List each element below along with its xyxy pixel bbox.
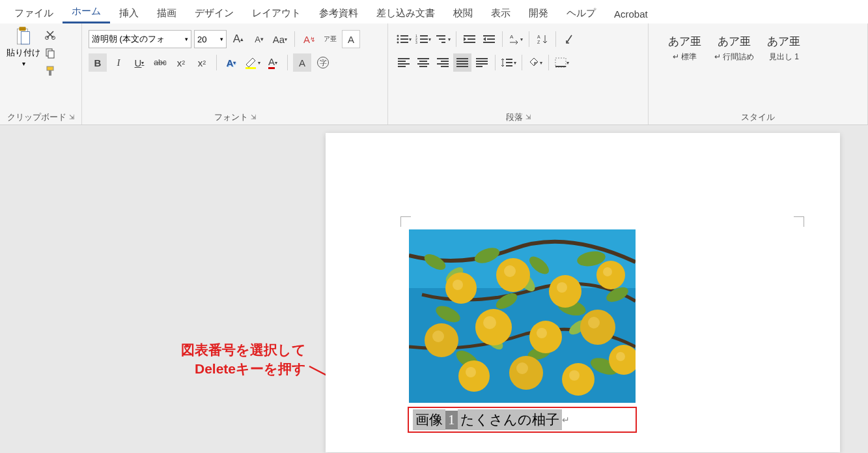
align-right-icon[interactable] [434,53,452,72]
paste-label: 貼り付け [7,47,40,59]
tab-help[interactable]: ヘルプ [557,3,605,23]
bold-button[interactable]: B [89,53,107,72]
align-justify-icon[interactable] [453,53,471,72]
align-center-icon[interactable] [414,53,432,72]
shrink-font-icon[interactable]: A▾ [250,30,268,48]
svg-rect-11 [400,35,408,37]
caption-prefix[interactable]: 画像 [413,409,445,430]
strikethrough-button[interactable]: abc [151,53,169,72]
underline-button[interactable]: U▾ [130,53,148,72]
tab-references[interactable]: 参考資料 [310,3,367,23]
tab-review[interactable]: 校閲 [444,3,482,23]
svg-rect-53 [476,66,483,67]
font-color-icon[interactable]: A▾ [264,53,282,72]
highlight-icon[interactable]: ▾ [243,53,261,72]
svg-point-88 [483,316,496,329]
svg-rect-52 [476,63,488,65]
align-left-icon[interactable] [395,53,413,72]
image-caption[interactable]: 画像 1 たくさんの柚子 ↵ [408,407,637,433]
svg-rect-8 [49,70,51,76]
tab-mailings[interactable]: 差し込み文書 [367,3,444,23]
shading-icon[interactable]: ▾ [526,53,544,72]
tab-home[interactable]: ホーム [63,1,110,23]
document-page[interactable]: 画像 1 たくさんの柚子 ↵ [326,133,840,452]
paragraph-launcher-icon[interactable]: ⇲ [525,113,531,121]
format-painter-icon[interactable] [43,64,57,78]
svg-rect-54 [506,59,512,60]
svg-rect-6 [48,51,54,58]
svg-text:3: 3 [415,40,417,44]
text-effects-icon[interactable]: A▾ [222,53,240,72]
distribute-icon[interactable] [473,53,491,72]
svg-rect-38 [417,58,429,59]
tab-acrobat[interactable]: Acrobat [605,5,657,23]
svg-rect-41 [419,66,427,67]
style-no-spacing[interactable]: あア亜 ↵ 行間詰め [714,34,754,63]
copy-icon[interactable] [43,46,57,60]
borders-icon[interactable]: ▾ [553,53,571,72]
decrease-indent-icon[interactable] [460,30,479,48]
svg-point-100 [616,352,625,361]
svg-point-91 [580,310,615,345]
tab-file[interactable]: ファイル [5,3,63,23]
margin-corner-tr-icon [794,216,804,227]
svg-text:A: A [510,34,514,40]
caption-text[interactable]: たくさんの柚子 [458,409,562,430]
multilevel-list-icon[interactable]: ▾ [434,30,452,48]
svg-rect-46 [456,58,468,59]
svg-rect-2 [21,32,29,44]
document-area: 図表番号を選択して Deleteキーを押す [0,125,868,453]
show-marks-icon[interactable] [560,30,578,48]
subscript-button[interactable]: x2 [172,53,190,72]
font-size-value: 20 [197,35,206,44]
svg-point-89 [529,321,562,353]
font-name-selector[interactable]: 游明朝 (本文のフォ▾ [89,30,191,48]
tab-layout[interactable]: レイアウト [243,3,310,23]
bullets-icon[interactable]: ▾ [395,30,413,48]
svg-rect-49 [456,66,468,67]
font-size-selector[interactable]: 20▾ [194,30,227,48]
svg-rect-45 [441,66,449,67]
svg-rect-48 [456,63,468,65]
style-heading1[interactable]: あア亜 見出し 1 [767,34,800,63]
clipboard-launcher-icon[interactable]: ⇲ [69,113,74,121]
tab-developer[interactable]: 開発 [520,3,557,23]
inserted-image[interactable] [409,229,636,403]
style-normal[interactable]: あア亜 ↵ 標準 [668,34,701,63]
svg-rect-36 [398,63,410,65]
menubar: ファイル ホーム 挿入 描画 デザイン レイアウト 参考資料 差し込み文書 校閲… [0,0,868,23]
superscript-button[interactable]: x2 [193,53,211,72]
font-launcher-icon[interactable]: ⇲ [251,113,256,121]
char-shading-icon[interactable]: A [293,53,311,72]
sort-icon[interactable]: AZ [533,30,552,48]
font-group-label: フォント [214,109,248,124]
svg-text:Z: Z [537,40,540,44]
svg-rect-39 [419,61,427,62]
line-spacing-icon[interactable]: ▾ [499,53,518,72]
tab-design[interactable]: デザイン [186,3,243,23]
text-direction-icon[interactable]: A▾ [507,30,525,48]
paste-icon[interactable] [14,27,33,46]
cut-icon[interactable] [43,27,57,42]
char-border-icon[interactable]: A [342,30,360,48]
tab-view[interactable]: 表示 [482,3,520,23]
clear-format-icon[interactable]: A↯ [300,30,318,48]
grow-font-icon[interactable]: A▴ [229,30,247,48]
phonetic-guide-icon[interactable]: ア亜 [321,30,339,48]
svg-rect-34 [398,58,410,59]
svg-point-10 [397,35,399,37]
increase-indent-icon[interactable] [480,30,498,48]
tab-insert[interactable]: 挿入 [110,3,148,23]
svg-rect-7 [47,66,53,70]
svg-rect-51 [476,61,488,62]
paragraph-group-label: 段落 [506,109,523,124]
svg-point-80 [504,265,516,277]
svg-rect-29 [487,38,495,40]
enclose-char-icon[interactable]: 字 [314,53,332,72]
change-case-icon[interactable]: Aa▾ [271,30,289,48]
tab-draw[interactable]: 描画 [148,3,186,23]
italic-button[interactable]: I [109,53,128,72]
caption-number[interactable]: 1 [445,411,458,430]
annotation-text: 図表番号を選択して Deleteキーを押す [111,340,306,379]
numbering-icon[interactable]: 123▾ [414,30,432,48]
